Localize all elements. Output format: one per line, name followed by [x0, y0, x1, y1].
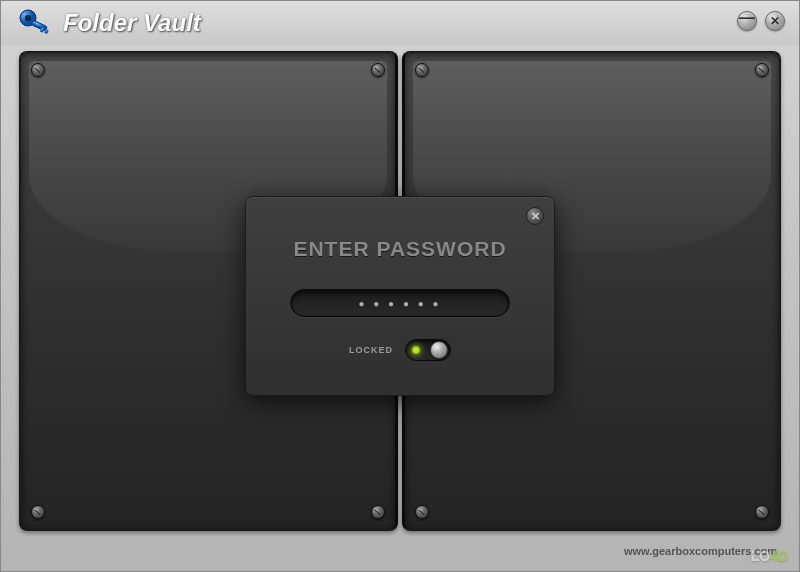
app-title: Folder Vault — [63, 9, 201, 37]
screw-icon — [755, 63, 769, 77]
screw-icon — [371, 63, 385, 77]
lock-toggle[interactable] — [405, 339, 451, 361]
lock-label: LOCKED — [349, 345, 393, 355]
status-led-icon — [412, 346, 420, 354]
window-controls: — ✕ — [737, 11, 785, 31]
screw-icon — [31, 505, 45, 519]
toggle-knob — [430, 341, 448, 359]
svg-point-1 — [25, 15, 31, 21]
title-bar: Folder Vault — [1, 1, 799, 45]
close-button[interactable]: ✕ — [765, 11, 785, 31]
svg-rect-2 — [31, 20, 48, 31]
screw-icon — [415, 505, 429, 519]
lock-status-row: LOCKED — [268, 339, 532, 361]
minimize-button[interactable]: — — [737, 11, 757, 31]
app-window: Folder Vault — ✕ ✕ ENTER PASSWORD ● ● ● … — [0, 0, 800, 572]
password-dialog: ✕ ENTER PASSWORD ● ● ● ● ● ● LOCKED — [245, 196, 555, 396]
key-icon — [17, 5, 53, 41]
dialog-close-button[interactable]: ✕ — [526, 207, 544, 225]
footer-url: www.gearboxcomputers.com — [624, 545, 777, 557]
screw-icon — [371, 505, 385, 519]
password-input[interactable]: ● ● ● ● ● ● — [290, 289, 510, 317]
screw-icon — [31, 63, 45, 77]
screw-icon — [755, 505, 769, 519]
close-icon: ✕ — [531, 210, 540, 223]
password-mask: ● ● ● ● ● ● — [358, 298, 441, 309]
dialog-title: ENTER PASSWORD — [268, 237, 532, 261]
screw-icon — [415, 63, 429, 77]
